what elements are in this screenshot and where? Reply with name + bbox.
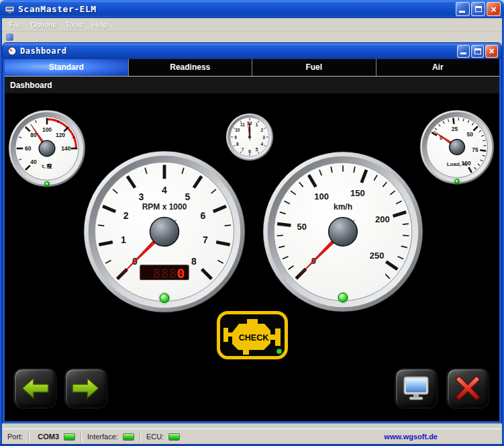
svg-text:t, 癈: t, 癈 bbox=[42, 163, 52, 169]
display-mode-button[interactable] bbox=[395, 369, 437, 408]
scanmaster-app-window: ScanMaster-ELM × File Options Tools Help… bbox=[0, 0, 504, 446]
menu-item-options[interactable]: Options bbox=[26, 19, 61, 30]
dashboard-window-icon bbox=[7, 46, 17, 56]
minimize-icon bbox=[459, 11, 465, 13]
svg-text:9: 9 bbox=[234, 135, 237, 140]
svg-text:250: 250 bbox=[370, 251, 385, 261]
app-icon bbox=[5, 4, 15, 14]
svg-text:25: 25 bbox=[452, 126, 458, 132]
speedometer-gauge: 050100150200250km/h bbox=[262, 150, 424, 313]
svg-text:4: 4 bbox=[162, 185, 167, 195]
svg-text:10: 10 bbox=[235, 128, 240, 132]
dashboard-minimize-icon bbox=[460, 52, 466, 54]
arrow-right-icon bbox=[70, 376, 101, 400]
check-engine-indicator: CHECK bbox=[216, 310, 289, 360]
close-dashboard-button[interactable] bbox=[447, 369, 489, 408]
close-icon: × bbox=[491, 5, 496, 14]
toolbar-icon[interactable] bbox=[6, 34, 13, 41]
svg-text:100: 100 bbox=[42, 126, 52, 133]
website-link[interactable]: www.wgsoft.de bbox=[384, 433, 438, 441]
svg-text:50: 50 bbox=[467, 131, 474, 138]
svg-text:50: 50 bbox=[297, 222, 307, 232]
maximize-icon bbox=[475, 6, 482, 12]
port-status-led bbox=[64, 433, 75, 441]
tachometer-gauge: 012345678RPM x 10008880 bbox=[83, 150, 246, 314]
svg-text:2: 2 bbox=[123, 210, 129, 221]
menu-item-help[interactable]: Help bbox=[87, 19, 112, 30]
dashboard-window: Dashboard × Standard Readiness Fuel Air … bbox=[3, 43, 501, 423]
tab-readiness[interactable]: Readiness bbox=[128, 59, 252, 76]
monitor-icon bbox=[402, 375, 430, 401]
svg-text:7: 7 bbox=[203, 234, 208, 245]
svg-text:5: 5 bbox=[256, 147, 258, 152]
svg-text:Load, %: Load, % bbox=[447, 161, 468, 167]
previous-button[interactable] bbox=[14, 369, 56, 408]
svg-text:6: 6 bbox=[248, 149, 251, 154]
svg-text:75: 75 bbox=[472, 146, 478, 153]
svg-text:3: 3 bbox=[262, 135, 265, 140]
check-engine-label: CHECK bbox=[239, 333, 268, 343]
dashboard-close-button[interactable]: × bbox=[485, 45, 498, 58]
dashboard-window-title: Dashboard bbox=[20, 46, 67, 56]
engine-load-gauge: 0255075100Load, % bbox=[419, 109, 495, 185]
svg-text:2: 2 bbox=[260, 128, 263, 132]
statusbar-separator bbox=[81, 432, 82, 442]
tab-bar: Standard Readiness Fuel Air bbox=[5, 59, 499, 77]
check-engine-led bbox=[276, 349, 282, 354]
main-window-title: ScanMaster-ELM bbox=[18, 4, 97, 14]
dashboard-maximize-icon bbox=[474, 48, 481, 54]
menu-bar: File Options Tools Help bbox=[2, 18, 502, 32]
port-value: COM3 bbox=[38, 433, 59, 441]
toolbar bbox=[2, 32, 502, 43]
svg-text:RPM x 1000: RPM x 1000 bbox=[142, 202, 187, 212]
svg-text:3: 3 bbox=[139, 191, 144, 202]
statusbar-separator bbox=[28, 432, 30, 442]
svg-text:5: 5 bbox=[185, 191, 191, 202]
svg-text:140: 140 bbox=[61, 145, 70, 152]
svg-text:40: 40 bbox=[30, 159, 37, 165]
menu-item-file[interactable]: File bbox=[5, 19, 26, 30]
dashboard-maximize-button[interactable] bbox=[471, 45, 484, 58]
dashboard-body: Standard Readiness Fuel Air Dashboard 40… bbox=[5, 59, 499, 421]
close-x-icon bbox=[454, 374, 482, 402]
svg-text:8: 8 bbox=[191, 256, 197, 267]
section-title: Dashboard bbox=[5, 77, 499, 94]
svg-text:11: 11 bbox=[240, 122, 245, 127]
next-button[interactable] bbox=[65, 369, 107, 408]
svg-text:60: 60 bbox=[25, 145, 32, 152]
interface-status-led bbox=[123, 433, 134, 441]
coolant-temp-gauge: 406080100120140t, 癈 bbox=[7, 109, 87, 188]
dashboard-minimize-button[interactable] bbox=[457, 45, 470, 58]
svg-text:100: 100 bbox=[314, 191, 329, 202]
svg-text:1: 1 bbox=[121, 234, 126, 245]
svg-text:120: 120 bbox=[56, 132, 65, 138]
svg-text:6: 6 bbox=[201, 210, 206, 221]
gauge-panel: 406080100120140t, 癈 123456789101112 0255… bbox=[5, 94, 499, 421]
dashboard-close-icon: × bbox=[489, 46, 494, 56]
svg-text:4: 4 bbox=[260, 142, 263, 146]
minimize-button[interactable] bbox=[456, 2, 470, 16]
svg-text:200: 200 bbox=[375, 214, 390, 224]
svg-text:150: 150 bbox=[350, 188, 365, 198]
tab-fuel[interactable]: Fuel bbox=[252, 59, 376, 76]
svg-text:8880: 8880 bbox=[152, 265, 185, 281]
arrow-left-icon bbox=[19, 376, 50, 400]
port-label: Port: bbox=[7, 433, 23, 441]
interface-label: Interface: bbox=[87, 433, 118, 441]
status-bar: Port: COM3 Interface: ECU: www.wgsoft.de bbox=[2, 429, 502, 444]
tab-air[interactable]: Air bbox=[376, 59, 500, 76]
tab-standard[interactable]: Standard bbox=[5, 59, 128, 76]
svg-text:8: 8 bbox=[236, 142, 239, 146]
main-title-bar[interactable]: ScanMaster-ELM × bbox=[0, 0, 504, 18]
svg-text:1: 1 bbox=[256, 122, 258, 127]
dashboard-title-bar[interactable]: Dashboard × bbox=[3, 43, 501, 59]
ecu-status-led bbox=[168, 433, 180, 441]
window-border-left bbox=[0, 18, 2, 446]
ecu-label: ECU: bbox=[146, 433, 164, 441]
menu-item-tools[interactable]: Tools bbox=[61, 19, 88, 30]
statusbar-separator bbox=[140, 432, 141, 442]
maximize-button[interactable] bbox=[471, 2, 485, 16]
svg-text:km/h: km/h bbox=[334, 202, 352, 212]
window-resize-strip bbox=[2, 423, 502, 429]
close-button[interactable]: × bbox=[487, 2, 501, 16]
